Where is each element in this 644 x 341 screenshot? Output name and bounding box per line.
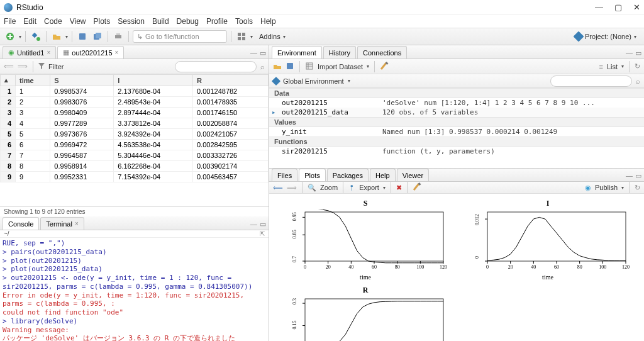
col-i[interactable]: I: [114, 75, 193, 86]
maximize-button[interactable]: ▢: [614, 3, 622, 12]
tab-untitled[interactable]: ◉ Untitled1 ×: [3, 46, 56, 59]
col-s[interactable]: S: [50, 75, 114, 86]
minimize-button[interactable]: —: [595, 3, 603, 12]
console-output[interactable]: RUE, sep = ",")> pairs(out20201215_data)…: [0, 238, 269, 341]
minimize-pane-icon[interactable]: —: [626, 49, 633, 57]
menu-debug[interactable]: Debug: [177, 17, 199, 26]
menu-profile[interactable]: Profile: [206, 17, 228, 26]
new-file-dropdown[interactable]: ▾: [19, 34, 21, 40]
menu-edit[interactable]: Edit: [23, 17, 36, 26]
load-workspace-icon[interactable]: [273, 62, 282, 72]
search-input[interactable]: [175, 61, 257, 72]
maximize-pane-icon[interactable]: ▭: [635, 49, 641, 57]
table-row[interactable]: 330.99804092.897444e-040.001746150: [1, 108, 269, 118]
menu-build[interactable]: Build: [152, 17, 169, 26]
close-icon[interactable]: ×: [115, 49, 119, 56]
tab-data-viewer[interactable]: ▦ out20201215 ×: [57, 46, 124, 59]
grid-dropdown[interactable]: ▾: [250, 34, 253, 40]
save-button[interactable]: [76, 30, 89, 43]
goto-file-function-input[interactable]: ↳ Go to file/function: [133, 30, 227, 43]
close-button[interactable]: ✕: [633, 3, 640, 12]
maximize-pane-icon[interactable]: ▭: [635, 172, 641, 180]
env-row[interactable]: out20201215'deSolve' num [1:120, 1:4] 1 …: [269, 98, 644, 108]
print-button[interactable]: [112, 30, 125, 43]
export-button[interactable]: Export: [359, 184, 379, 191]
grid-icon[interactable]: [235, 30, 248, 43]
publish-dropdown[interactable]: ▾: [621, 185, 624, 191]
search-icon[interactable]: ⌕: [636, 77, 640, 85]
menu-file[interactable]: File: [4, 17, 16, 26]
env-row[interactable]: ▸out20201215_data120 obs. of 5 variables: [269, 108, 644, 117]
refresh-icon[interactable]: ↻: [635, 62, 640, 70]
table-row[interactable]: 550.99736763.924392e-040.002421057: [1, 129, 269, 140]
save-all-button[interactable]: [91, 30, 104, 43]
tab-connections[interactable]: Connections: [357, 46, 407, 59]
menu-plots[interactable]: Plots: [94, 17, 111, 26]
table-row[interactable]: 770.99645875.304446e-040.003332726: [1, 150, 269, 161]
next-plot-icon[interactable]: ⟹: [287, 184, 297, 192]
project-label[interactable]: Project: (None): [585, 33, 631, 40]
zoom-button[interactable]: Zoom: [320, 184, 338, 191]
table-row[interactable]: 660.99694724.563538e-040.002842595: [1, 140, 269, 150]
table-row[interactable]: 880.99589146.162268e-040.003902174: [1, 161, 269, 172]
tab-packages[interactable]: Packages: [327, 169, 369, 181]
maximize-pane-icon[interactable]: ▭: [260, 220, 266, 228]
tab-help[interactable]: Help: [370, 169, 396, 181]
tab-plots[interactable]: Plots: [299, 169, 325, 181]
clear-workspace-icon[interactable]: [380, 62, 389, 72]
addins-dropdown[interactable]: ▾: [283, 34, 286, 40]
open-file-button[interactable]: [50, 30, 63, 43]
minimize-pane-icon[interactable]: —: [250, 49, 257, 57]
env-row[interactable]: y_initNamed num [1:3] 0.998537 0.000214 …: [269, 127, 644, 137]
close-icon[interactable]: ×: [47, 49, 50, 56]
menu-tools[interactable]: Tools: [235, 17, 253, 26]
tab-terminal[interactable]: Terminal×: [40, 217, 84, 230]
menu-session[interactable]: Session: [118, 17, 145, 26]
forward-icon[interactable]: ⟹: [18, 62, 28, 70]
save-workspace-icon[interactable]: [286, 62, 294, 72]
open-recent-dropdown[interactable]: ▾: [65, 34, 68, 40]
close-icon[interactable]: ×: [75, 220, 79, 227]
menu-help[interactable]: Help: [260, 17, 276, 26]
popout-icon[interactable]: ⇱: [260, 230, 265, 237]
search-icon[interactable]: ⌕: [260, 63, 265, 70]
back-icon[interactable]: ⟸: [4, 62, 14, 70]
menu-code[interactable]: Code: [44, 17, 62, 26]
col-time[interactable]: time: [16, 75, 50, 86]
prev-plot-icon[interactable]: ⟸: [273, 184, 283, 192]
tab-console[interactable]: Console: [3, 217, 39, 230]
refresh-icon[interactable]: ↻: [635, 184, 640, 192]
clear-plots-icon[interactable]: [413, 182, 421, 193]
col-r[interactable]: R: [193, 75, 269, 86]
env-scope[interactable]: Global Environment: [283, 77, 344, 85]
maximize-pane-icon[interactable]: ▭: [260, 49, 266, 57]
table-row[interactable]: 440.99772893.373812e-040.002058874: [1, 118, 269, 129]
list-label[interactable]: List: [607, 63, 618, 70]
import-dropdown[interactable]: ▾: [367, 64, 369, 69]
table-row[interactable]: 990.99523317.154392e-040.004563457: [1, 172, 269, 182]
minimize-pane-icon[interactable]: —: [250, 220, 257, 228]
table-row[interactable]: 220.99830762.489543e-040.001478935: [1, 97, 269, 108]
funnel-icon[interactable]: [38, 63, 45, 70]
minimize-pane-icon[interactable]: —: [626, 172, 633, 180]
col-corner[interactable]: ▴: [1, 75, 16, 86]
tab-environment[interactable]: Environment: [272, 46, 322, 59]
list-dropdown[interactable]: ▾: [621, 64, 624, 69]
expand-icon[interactable]: ▸: [272, 108, 276, 116]
new-project-button[interactable]: [30, 30, 42, 43]
import-dataset-button[interactable]: Import Dataset: [318, 63, 363, 70]
addins-button[interactable]: Addins: [259, 33, 280, 40]
tab-viewer[interactable]: Viewer: [397, 169, 429, 181]
export-dropdown[interactable]: ▾: [383, 185, 386, 191]
publish-button[interactable]: Publish: [595, 184, 618, 191]
filter-label[interactable]: Filter: [48, 63, 64, 70]
tab-files[interactable]: Files: [272, 169, 297, 181]
env-search-input[interactable]: [550, 75, 632, 87]
new-file-button[interactable]: [4, 30, 16, 43]
scope-dropdown[interactable]: ▾: [348, 78, 350, 84]
remove-plot-icon[interactable]: ✖: [396, 184, 402, 192]
table-row[interactable]: 110.99853742.137680e-040.001248782: [1, 86, 269, 97]
project-dropdown[interactable]: ▾: [634, 34, 636, 40]
tab-history[interactable]: History: [323, 46, 356, 59]
env-row[interactable]: sir20201215function (t, y, parameters): [269, 147, 644, 156]
